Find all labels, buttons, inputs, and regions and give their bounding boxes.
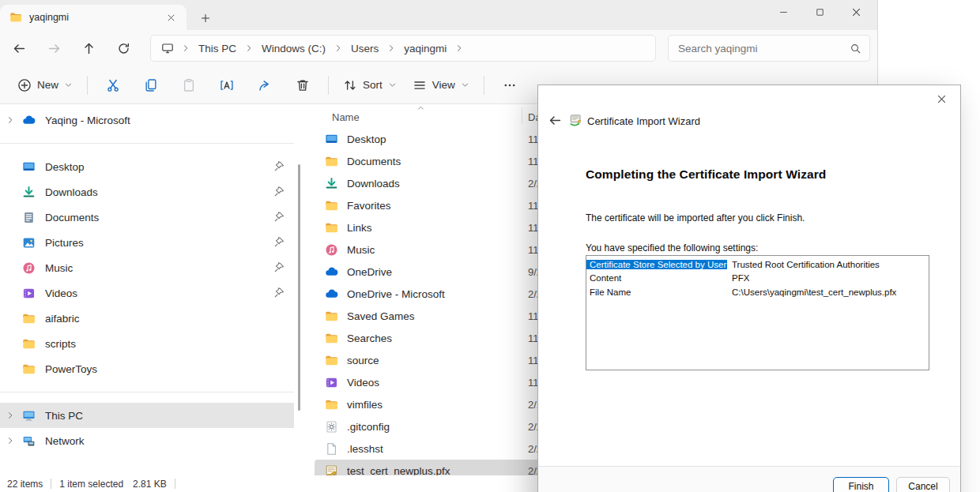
close-icon [166,13,176,23]
breadcrumb-segment-windows-c[interactable]: Windows (C:) [255,39,332,58]
refresh-button[interactable] [106,35,141,62]
sidebar-item-aifabric[interactable]: aifabric [0,306,294,331]
certificate-import-wizard-dialog: Certificate Import Wizard Completing the… [537,85,961,492]
sidebar-item-label: Desktop [45,161,273,173]
folder-icon [325,310,338,323]
music-icon [325,243,338,257]
column-divider[interactable] [522,107,522,124]
setting-key: File Name [586,287,727,297]
cut-button[interactable] [94,71,132,100]
screen: yaqingmi This PCWindows (C:)Usersyaqingm… [0,0,980,492]
dialog-footer: Finish Cancel [538,466,960,492]
sidebar-item-network[interactable]: Network [0,428,294,453]
window-controls [765,0,874,24]
file-name: OneDrive - Microsoft [347,288,445,300]
paste-button-disabled[interactable] [170,71,208,100]
onedrive-icon [325,287,338,301]
copy-button[interactable] [132,71,170,100]
sidebar-item-scripts[interactable]: scripts [0,331,294,356]
delete-button[interactable] [284,71,322,100]
up-arrow-icon [82,42,96,55]
sidebar-item-music[interactable]: Music [0,255,294,280]
file-name: Searches [347,332,392,344]
downloads-icon [325,177,338,190]
plus-icon [200,13,211,24]
status-divider [175,479,175,489]
minimize-icon [778,6,790,18]
navigation-bar: This PCWindows (C:)Usersyaqingmi [0,30,877,66]
tab-title: yaqingmi [29,12,154,23]
sidebar-scrollbar[interactable] [298,164,300,411]
chevron-right-icon[interactable] [6,411,15,420]
up-button[interactable] [71,35,106,62]
view-button[interactable]: View [405,71,477,100]
name-column-header[interactable]: Name [332,111,360,123]
trash-icon [296,78,310,92]
forward-button[interactable] [36,35,71,62]
breadcrumb-segment-this-pc[interactable]: This PC [192,39,243,58]
chevron-right-icon[interactable] [6,115,15,125]
new-button-label: New [37,79,58,91]
sidebar-item-label: This PC [45,410,294,422]
pin-icon [273,237,285,248]
chevron-right-icon [386,43,396,53]
back-button[interactable] [2,35,36,62]
selection-count: 1 item selected [59,479,123,490]
chevron-down-icon [388,81,397,89]
search-box[interactable] [668,35,870,62]
refresh-icon [117,42,130,55]
share-button[interactable] [246,71,284,100]
toolbar-divider [328,76,329,95]
cancel-button[interactable]: Cancel [896,477,950,492]
dialog-close-button[interactable] [929,89,953,109]
new-button[interactable]: New [9,71,81,100]
sidebar-item-downloads[interactable]: Downloads [0,179,294,205]
quick-access-list: DesktopDownloadsDocumentsPicturesMusicVi… [0,154,315,381]
file-name: Documents [347,156,401,167]
sidebar-item-videos[interactable]: Videos [0,280,294,306]
desktop-icon [325,133,338,146]
close-window-button[interactable] [838,0,874,24]
close-icon [850,6,862,18]
chevron-right-icon[interactable] [6,436,15,445]
tab-bar: yaqingmi [0,0,877,30]
breadcrumb-segment-users[interactable]: Users [345,39,385,58]
share-icon [258,78,272,92]
minimize-button[interactable] [765,0,801,24]
downloads-icon [22,186,36,199]
see-more-button[interactable] [491,71,529,100]
search-input[interactable] [678,43,850,54]
sidebar-item-powertoys[interactable]: PowerToys [0,356,294,381]
tab-yaqingmi[interactable]: yaqingmi [0,5,187,30]
sidebar-item-this-pc[interactable]: This PC [0,403,294,428]
sidebar-item-pictures[interactable]: Pictures [0,230,294,255]
settings-table[interactable]: Certificate Store Selected by UserTruste… [586,255,929,370]
sidebar-item-documents[interactable]: Documents [0,205,294,230]
sort-ascending-caret-icon [416,103,426,113]
finish-button[interactable]: Finish [833,477,889,492]
setting-row-file-name[interactable]: File NameC:\Users\yaqingmi\test_cert_new… [586,285,929,299]
maximize-button[interactable] [801,0,838,24]
sidebar: Yaqing - Microsoft DesktopDownloadsDocum… [0,104,315,475]
breadcrumb-segments: This PCWindows (C:)Usersyaqingmi [192,39,466,58]
this-pc-address-icon-button[interactable] [156,37,179,59]
breadcrumb-segment-yaqingmi[interactable]: yaqingmi [398,39,453,58]
rename-button[interactable] [208,71,246,100]
pin-icon [273,262,285,273]
new-tab-button[interactable] [194,7,216,28]
setting-row-certificate-store-selected-by-user[interactable]: Certificate Store Selected by UserTruste… [586,257,929,272]
sidebar-item-yaqing-microsoft[interactable]: Yaqing - Microsoft [0,107,294,133]
folder-icon [325,221,338,235]
tab-close-button[interactable] [161,8,180,27]
sidebar-item-label: Documents [45,212,273,223]
file-name: vimfiles [347,399,383,411]
sidebar-item-label: scripts [45,338,294,350]
dialog-back-button[interactable] [544,111,566,130]
sidebar-item-desktop[interactable]: Desktop [0,154,294,179]
folder-icon [22,362,36,376]
sort-button[interactable]: Sort [335,71,405,100]
breadcrumb[interactable]: This PCWindows (C:)Usersyaqingmi [150,35,656,62]
close-icon [936,93,948,105]
setting-row-content[interactable]: ContentPFX [586,272,929,286]
file-name: .lesshst [347,443,383,455]
